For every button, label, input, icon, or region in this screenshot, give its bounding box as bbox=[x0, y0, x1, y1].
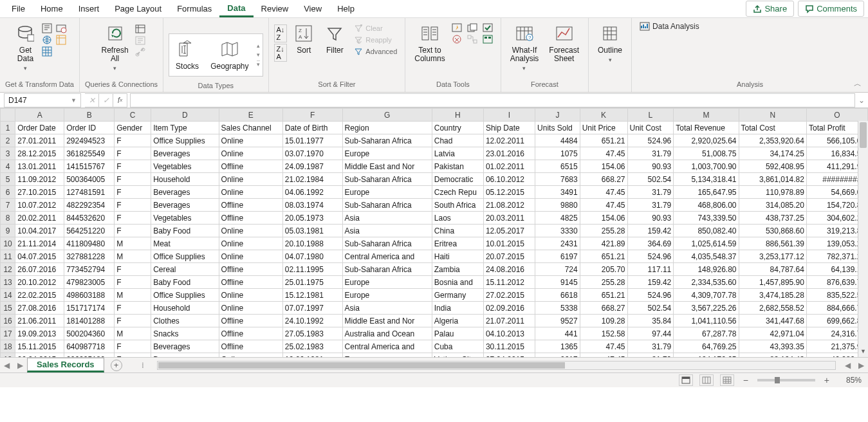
cell[interactable]: Democratic bbox=[432, 173, 483, 186]
cell[interactable]: 43,393.35 bbox=[739, 340, 806, 353]
cell[interactable]: 206925189 bbox=[64, 353, 115, 358]
header-cell[interactable]: Country bbox=[432, 122, 483, 134]
cell[interactable]: Office Supplies bbox=[151, 289, 219, 302]
cell[interactable]: 1,003,700.90 bbox=[674, 160, 739, 173]
cell[interactable]: 21.06.2011 bbox=[15, 315, 64, 327]
cell[interactable]: Europe bbox=[342, 353, 432, 358]
cell[interactable]: 21.08.2012 bbox=[483, 199, 535, 212]
row-header-10[interactable]: 10 bbox=[1, 237, 15, 250]
cell[interactable]: 02.09.2016 bbox=[483, 302, 535, 315]
header-cell[interactable]: Unit Price bbox=[580, 122, 627, 134]
sort-button[interactable]: ZA Sort bbox=[290, 21, 318, 57]
cell[interactable]: 530,868.60 bbox=[739, 225, 806, 237]
cell[interactable]: F bbox=[115, 147, 151, 160]
properties-icon[interactable] bbox=[135, 36, 145, 45]
cell[interactable]: 05.03.1981 bbox=[282, 225, 342, 237]
cell[interactable]: 67,287.78 bbox=[674, 327, 739, 340]
cell[interactable]: 886,561.39 bbox=[739, 237, 806, 250]
col-header-C[interactable]: C bbox=[115, 109, 151, 122]
hscroll-thumb[interactable] bbox=[158, 362, 565, 369]
row-header-2[interactable]: 2 bbox=[1, 134, 15, 147]
cell[interactable]: Sub-Saharan Africa bbox=[342, 199, 432, 212]
cell[interactable]: 19.09.2013 bbox=[15, 327, 64, 340]
header-cell[interactable]: Total Revenue bbox=[674, 122, 739, 134]
cell[interactable]: 844532620 bbox=[64, 212, 115, 225]
cell[interactable]: 421.89 bbox=[580, 237, 627, 250]
cell[interactable]: 524.96 bbox=[627, 289, 674, 302]
cell[interactable]: F bbox=[115, 186, 151, 199]
cell[interactable]: 31.79 bbox=[627, 147, 674, 160]
cell[interactable]: 141515767 bbox=[64, 160, 115, 173]
cell[interactable]: 2617 bbox=[535, 353, 580, 358]
zoom-in-button[interactable]: + bbox=[822, 375, 832, 385]
cell[interactable]: 127481591 bbox=[64, 186, 115, 199]
cell[interactable]: 90.93 bbox=[627, 160, 674, 173]
cell[interactable]: Snacks bbox=[151, 327, 219, 340]
cell[interactable]: 04.07.1980 bbox=[282, 250, 342, 263]
cell[interactable]: 327881228 bbox=[64, 250, 115, 263]
cell[interactable]: 479823005 bbox=[64, 276, 115, 289]
cell[interactable]: 04.10.2013 bbox=[483, 327, 535, 340]
cell[interactable]: 524.96 bbox=[627, 134, 674, 147]
cell[interactable]: 3330 bbox=[535, 225, 580, 237]
col-header-N[interactable]: N bbox=[739, 109, 806, 122]
cell[interactable]: Online bbox=[219, 147, 282, 160]
hscroll-left[interactable]: ◀ bbox=[841, 361, 854, 370]
col-header-D[interactable]: D bbox=[151, 109, 219, 122]
col-header-M[interactable]: M bbox=[674, 109, 739, 122]
col-header-J[interactable]: J bbox=[535, 109, 580, 122]
cell[interactable]: Online bbox=[219, 225, 282, 237]
cell[interactable]: Offline bbox=[219, 276, 282, 289]
col-header-O[interactable]: O bbox=[806, 109, 867, 122]
cell[interactable]: 21.11.2014 bbox=[15, 237, 64, 250]
cell[interactable]: 181401288 bbox=[64, 315, 115, 327]
zoom-thumb[interactable] bbox=[775, 377, 780, 383]
from-web-icon[interactable] bbox=[42, 35, 53, 45]
row-header-3[interactable]: 3 bbox=[1, 147, 15, 160]
sort-desc-button[interactable]: Z↓A bbox=[274, 44, 288, 62]
cell[interactable]: 42,971.04 bbox=[739, 327, 806, 340]
cell[interactable]: Haiti bbox=[432, 250, 483, 263]
cell[interactable]: Beverages bbox=[151, 353, 219, 358]
cell[interactable]: 482292354 bbox=[64, 199, 115, 212]
queries-icon[interactable] bbox=[135, 24, 145, 33]
cell[interactable]: 20.10.1988 bbox=[282, 237, 342, 250]
cell[interactable]: Europe bbox=[342, 147, 432, 160]
cell[interactable]: F bbox=[115, 134, 151, 147]
hscroll-right[interactable]: ▶ bbox=[854, 361, 868, 370]
refresh-all-button[interactable]: Refresh All ▾ bbox=[98, 21, 133, 75]
fx-button[interactable]: fx bbox=[113, 93, 127, 107]
cell[interactable]: 6197 bbox=[535, 250, 580, 263]
cell[interactable]: F bbox=[115, 173, 151, 186]
cell[interactable]: 502.54 bbox=[627, 302, 674, 315]
cell[interactable]: 255.28 bbox=[580, 276, 627, 289]
cell[interactable]: Central America and bbox=[342, 250, 432, 263]
sheet-nav-prev[interactable]: ◀ bbox=[0, 361, 14, 370]
cell[interactable]: 9527 bbox=[535, 315, 580, 327]
row-header-1[interactable]: 1 bbox=[1, 122, 15, 134]
cell[interactable]: Europe bbox=[342, 276, 432, 289]
cell[interactable]: Asia bbox=[342, 302, 432, 315]
cell[interactable]: 19.06.1981 bbox=[282, 353, 342, 358]
cell[interactable]: 1365 bbox=[535, 340, 580, 353]
cell[interactable]: Offline bbox=[219, 199, 282, 212]
cell[interactable]: 31.79 bbox=[627, 186, 674, 199]
cell[interactable]: 7683 bbox=[535, 173, 580, 186]
cell[interactable]: 15.01.1977 bbox=[282, 134, 342, 147]
menu-file[interactable]: File bbox=[4, 1, 33, 16]
cell[interactable]: Asia bbox=[342, 212, 432, 225]
cell[interactable]: 668.27 bbox=[580, 302, 627, 315]
menu-page-layout[interactable]: Page Layout bbox=[107, 1, 169, 16]
cell[interactable]: 31.79 bbox=[627, 199, 674, 212]
cell[interactable]: 9145 bbox=[535, 276, 580, 289]
menu-data[interactable]: Data bbox=[219, 1, 253, 17]
cell[interactable]: 6515 bbox=[535, 160, 580, 173]
scroll-thumb[interactable] bbox=[860, 122, 867, 148]
row-header-5[interactable]: 5 bbox=[1, 173, 15, 186]
cell[interactable]: 35.84 bbox=[627, 315, 674, 327]
cell[interactable]: Sub-Saharan Africa bbox=[342, 263, 432, 276]
cell[interactable]: 110,978.89 bbox=[739, 186, 806, 199]
cell[interactable]: 411809480 bbox=[64, 237, 115, 250]
header-cell[interactable]: Gender bbox=[115, 122, 151, 134]
cell[interactable]: 361825549 bbox=[64, 147, 115, 160]
